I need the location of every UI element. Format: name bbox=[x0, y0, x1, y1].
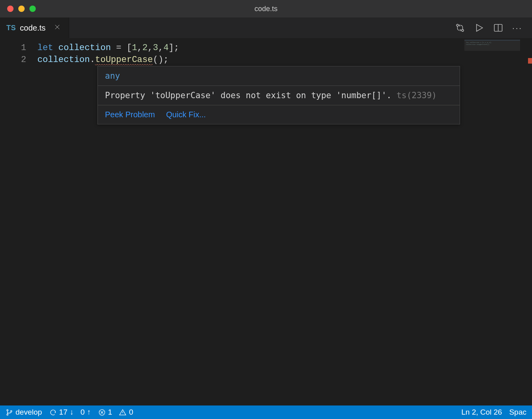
window-controls bbox=[0, 6, 36, 12]
peek-problem-button[interactable]: Peek Problem bbox=[105, 110, 155, 119]
sync-icon bbox=[49, 409, 57, 416]
titlebar: code.ts bbox=[0, 0, 532, 17]
git-sync-status[interactable]: 17↓ 0↑ bbox=[49, 408, 91, 417]
warning-icon bbox=[119, 409, 126, 416]
typescript-icon: TS bbox=[6, 24, 16, 32]
code-line-2[interactable]: collection.toUpperCase(); bbox=[37, 54, 532, 66]
tab-code-ts[interactable]: TS code.ts bbox=[0, 17, 69, 38]
line-number: 1 bbox=[0, 42, 37, 54]
close-window-button[interactable] bbox=[7, 6, 14, 12]
close-tab-button[interactable] bbox=[52, 22, 62, 34]
minimap[interactable]: let collection = [1,2,3,4];collection.to… bbox=[464, 40, 520, 51]
window-title: code.ts bbox=[254, 5, 278, 13]
compare-changes-icon[interactable] bbox=[455, 23, 465, 33]
svg-point-4 bbox=[7, 414, 8, 415]
error-icon bbox=[98, 409, 106, 416]
code-line-1[interactable]: let collection = [1,2,3,4]; bbox=[37, 42, 532, 54]
overview-ruler-error-marker[interactable] bbox=[528, 58, 532, 64]
cursor-position-status[interactable]: Ln 2, Col 26 bbox=[461, 408, 502, 417]
hover-error-widget: any Property 'toUpperCase' does not exis… bbox=[97, 66, 460, 124]
status-bar: develop 17↓ 0↑ 1 0 Ln 2, Col 26 Spac bbox=[0, 405, 532, 419]
warning-count: 0 bbox=[129, 408, 133, 417]
error-count: 1 bbox=[108, 408, 113, 417]
editor[interactable]: 1 2 let collection = [1,2,3,4]; collecti… bbox=[0, 38, 532, 405]
git-branch-status[interactable]: develop bbox=[6, 408, 42, 417]
sync-incoming: 17 bbox=[59, 408, 68, 417]
svg-point-1 bbox=[462, 29, 464, 31]
git-branch-icon bbox=[6, 409, 13, 416]
branch-name: develop bbox=[16, 408, 42, 417]
tab-label: code.ts bbox=[20, 23, 45, 33]
more-actions-icon[interactable]: ··· bbox=[512, 23, 522, 33]
line-number: 2 bbox=[0, 54, 37, 66]
run-icon[interactable] bbox=[474, 23, 484, 33]
split-editor-icon[interactable] bbox=[493, 23, 503, 33]
error-token[interactable]: toUpperCase bbox=[95, 55, 153, 65]
error-code: ts(2339) bbox=[396, 91, 437, 100]
indentation-status[interactable]: Spac bbox=[509, 408, 526, 417]
svg-point-0 bbox=[456, 24, 458, 26]
minimize-window-button[interactable] bbox=[18, 6, 25, 12]
arrow-down-icon: ↓ bbox=[70, 408, 74, 417]
quick-fix-button[interactable]: Quick Fix... bbox=[166, 110, 206, 119]
tab-bar: TS code.ts ··· bbox=[0, 17, 532, 38]
hover-actions: Peek Problem Quick Fix... bbox=[98, 105, 460, 124]
editor-actions: ··· bbox=[455, 17, 532, 38]
svg-point-3 bbox=[7, 409, 8, 411]
hover-type: any bbox=[105, 71, 120, 81]
svg-point-5 bbox=[11, 410, 12, 411]
zoom-window-button[interactable] bbox=[29, 6, 36, 12]
tabs: TS code.ts bbox=[0, 17, 69, 38]
hover-type-row: any bbox=[98, 66, 460, 85]
sync-outgoing: 0 bbox=[80, 408, 85, 417]
problems-status[interactable]: 1 0 bbox=[98, 408, 133, 417]
line-number-gutter: 1 2 bbox=[0, 38, 37, 405]
hover-message: Property 'toUpperCase' does not exist on… bbox=[98, 85, 460, 105]
arrow-up-icon: ↑ bbox=[87, 408, 91, 417]
